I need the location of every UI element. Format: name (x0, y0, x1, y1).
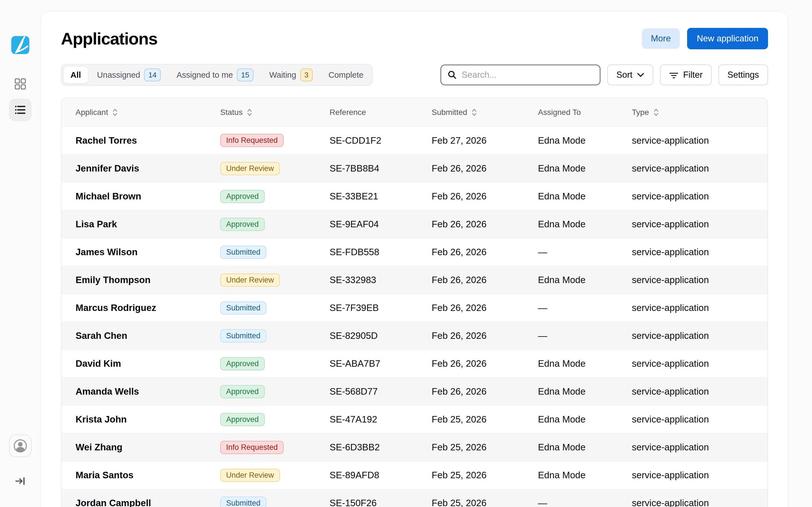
search-input[interactable] (462, 70, 594, 80)
cell-applicant: Emily Thompson (75, 275, 220, 285)
status-badge: Under Review (220, 469, 280, 482)
column-header-assigned-to: Assigned To (538, 108, 632, 117)
cell-reference: SE-CDD1F2 (329, 135, 432, 146)
applications-table: Applicant Status Reference Submitted (61, 98, 768, 507)
cell-assigned-to: — (538, 330, 632, 341)
cell-reference: SE-33BE21 (329, 191, 432, 202)
search-icon (448, 70, 457, 80)
table-row[interactable]: Lisa Park Approved SE-9EAF04 Feb 26, 202… (61, 210, 767, 238)
cell-applicant: David Kim (75, 358, 220, 369)
cell-reference: SE-332983 (329, 275, 432, 285)
cell-assigned-to: — (538, 302, 632, 313)
cell-submitted: Feb 26, 2026 (432, 330, 538, 341)
app-logo[interactable] (11, 36, 29, 54)
grid-icon (15, 78, 26, 90)
tab-unassigned[interactable]: Unassigned 14 (90, 66, 168, 83)
cell-reference: SE-7F39EB (329, 302, 432, 313)
cell-assigned-to: Edna Mode (538, 358, 632, 369)
cell-reference: SE-FDB558 (329, 247, 432, 258)
cell-submitted: Feb 26, 2026 (432, 219, 538, 230)
logo-a-icon (11, 36, 29, 54)
table-row[interactable]: Michael Brown Approved SE-33BE21 Feb 26,… (61, 182, 767, 210)
table-row[interactable]: David Kim Approved SE-ABA7B7 Feb 26, 202… (61, 349, 767, 378)
cell-reference: SE-82905D (329, 330, 432, 341)
cell-assigned-to: Edna Mode (538, 275, 632, 285)
column-header-status[interactable]: Status (220, 108, 329, 117)
status-badge: Approved (220, 413, 265, 426)
cell-type: service-application (632, 163, 767, 174)
column-label: Type (632, 108, 649, 117)
header-actions: More New application (642, 28, 768, 49)
cell-type: service-application (632, 358, 767, 369)
filter-button[interactable]: Filter (660, 64, 712, 86)
table-row[interactable]: Wei Zhang Info Requested SE-6D3BB2 Feb 2… (61, 433, 767, 461)
table-row[interactable]: Rachel Torres Info Requested SE-CDD1F2 F… (61, 126, 767, 154)
cell-type: service-application (632, 470, 767, 481)
cell-status: Submitted (220, 301, 329, 315)
search-box (441, 64, 601, 86)
sidebar-item-dashboard[interactable] (9, 73, 32, 95)
column-header-submitted[interactable]: Submitted (432, 108, 538, 117)
cell-submitted: Feb 25, 2026 (432, 442, 538, 453)
tab-complete[interactable]: Complete (321, 66, 370, 83)
table-row[interactable]: James Wilson Submitted SE-FDB558 Feb 26,… (61, 238, 767, 266)
sidebar-item-applications[interactable] (9, 99, 32, 121)
cell-submitted: Feb 26, 2026 (432, 275, 538, 285)
table-body: Rachel Torres Info Requested SE-CDD1F2 F… (61, 126, 767, 507)
tab-count-badge: 14 (144, 68, 161, 81)
tab-label: Waiting (269, 70, 296, 80)
cell-assigned-to: Edna Mode (538, 219, 632, 230)
tab-all[interactable]: All (63, 66, 88, 83)
filter-icon (669, 71, 679, 79)
tab-label: All (70, 70, 81, 80)
cell-type: service-application (632, 498, 767, 507)
cell-type: service-application (632, 330, 767, 341)
cell-submitted: Feb 26, 2026 (432, 163, 538, 174)
table-row[interactable]: Marcus Rodriguez Submitted SE-7F39EB Feb… (61, 294, 767, 322)
list-icon (15, 104, 26, 115)
cell-assigned-to: Edna Mode (538, 442, 632, 453)
table-row[interactable]: Sarah Chen Submitted SE-82905D Feb 26, 2… (61, 322, 767, 349)
status-badge: Submitted (220, 497, 266, 507)
cell-submitted: Feb 26, 2026 (432, 358, 538, 369)
column-header-type[interactable]: Type (632, 108, 767, 117)
table-row[interactable]: Amanda Wells Approved SE-568D77 Feb 26, … (61, 378, 767, 405)
table-row[interactable]: Krista John Approved SE-47A192 Feb 25, 2… (61, 405, 767, 433)
cell-type: service-application (632, 386, 767, 397)
cell-submitted: Feb 27, 2026 (432, 135, 538, 146)
cell-type: service-application (632, 442, 767, 453)
cell-submitted: Feb 26, 2026 (432, 191, 538, 202)
tab-assigned-to-me[interactable]: Assigned to me 15 (169, 66, 260, 83)
cell-reference: SE-568D77 (329, 386, 432, 397)
column-header-applicant[interactable]: Applicant (75, 108, 220, 117)
status-badge: Info Requested (220, 134, 284, 147)
cell-assigned-to: Edna Mode (538, 470, 632, 481)
chevron-down-icon (637, 73, 644, 77)
sort-button[interactable]: Sort (607, 64, 653, 86)
cell-assigned-to: — (538, 247, 632, 258)
more-button[interactable]: More (642, 29, 680, 49)
cell-reference: SE-ABA7B7 (329, 358, 432, 369)
cell-reference: SE-6D3BB2 (329, 442, 432, 453)
cell-status: Info Requested (220, 441, 329, 454)
table-row[interactable]: Maria Santos Under Review SE-89AFD8 Feb … (61, 461, 767, 489)
column-header-reference: Reference (329, 108, 432, 117)
cell-status: Under Review (220, 162, 329, 175)
profile-button[interactable] (9, 435, 32, 457)
cell-applicant: Jennifer Davis (75, 163, 220, 174)
status-badge: Approved (220, 357, 265, 371)
table-row[interactable]: Emily Thompson Under Review SE-332983 Fe… (61, 266, 767, 294)
cell-status: Submitted (220, 245, 329, 259)
cell-status: Info Requested (220, 134, 329, 147)
tab-waiting[interactable]: Waiting 3 (262, 66, 320, 83)
tab-label: Complete (328, 70, 363, 80)
table-row[interactable]: Jennifer Davis Under Review SE-7BB8B4 Fe… (61, 154, 767, 182)
sort-icon (653, 108, 659, 117)
table-row[interactable]: Jordan Campbell Submitted SE-150F26 Feb … (61, 489, 767, 507)
cell-type: service-application (632, 275, 767, 285)
settings-button[interactable]: Settings (718, 64, 768, 86)
cell-applicant: Marcus Rodriguez (75, 302, 220, 313)
new-application-button[interactable]: New application (687, 28, 768, 49)
logout-button[interactable] (13, 474, 28, 489)
cell-status: Under Review (220, 274, 329, 287)
